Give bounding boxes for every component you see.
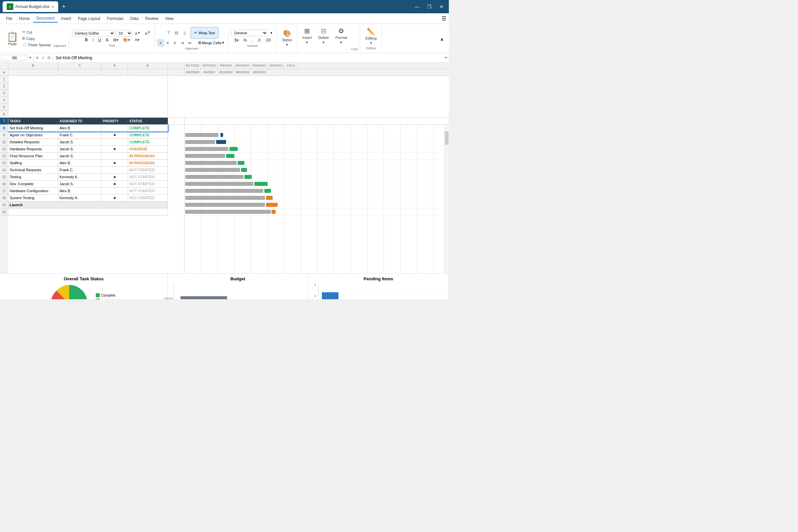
cell-priority-14[interactable] bbox=[101, 167, 128, 173]
task-row-18[interactable]: System Testing Kennedy K. ★ NOT STARTED bbox=[8, 194, 168, 202]
cell-status-15[interactable]: NOT STARTED bbox=[128, 174, 168, 180]
task-row-16[interactable]: Dev. Complete Jacob S. ★ NOT STARTED bbox=[8, 180, 168, 188]
align-center-button[interactable]: ≡ bbox=[165, 40, 171, 46]
cell-reference-input[interactable] bbox=[1, 55, 28, 61]
cell-status-8[interactable]: COMPLETE bbox=[128, 125, 168, 131]
row-num-7[interactable]: 7 bbox=[0, 118, 8, 125]
menu-review[interactable]: Review bbox=[142, 15, 162, 22]
fill-color-button[interactable]: 🎨▾ bbox=[121, 37, 132, 43]
cell-status-17[interactable]: NOT STARTED bbox=[128, 188, 168, 194]
menu-page-layout[interactable]: Page Layout bbox=[75, 15, 103, 22]
row-num-11[interactable]: 11 bbox=[0, 146, 8, 153]
cell-ref-dropdown[interactable]: ▼ bbox=[28, 56, 32, 59]
outdent-button[interactable]: ⇤ bbox=[187, 40, 194, 46]
decimal-decrease-button[interactable]: .00 bbox=[263, 37, 273, 43]
cell-assigned-8[interactable]: Alex B. bbox=[58, 125, 101, 131]
cell-assigned-13[interactable]: Alex B. bbox=[58, 159, 101, 166]
cell-priority-18[interactable]: ★ bbox=[101, 194, 128, 201]
formula-dropdown[interactable]: ▼ bbox=[444, 56, 448, 59]
bold-button[interactable]: B bbox=[83, 37, 90, 43]
cell-status-10[interactable]: COMPLETE bbox=[128, 139, 168, 145]
insert-button[interactable]: ⊞ Insert ▾ bbox=[300, 26, 315, 45]
cell-assigned-16[interactable]: Jacob S. bbox=[58, 180, 101, 187]
menu-home[interactable]: Home bbox=[16, 15, 33, 22]
row-num-17[interactable]: 17 bbox=[0, 188, 8, 194]
font-size-decrease-button[interactable]: A▼ bbox=[143, 30, 152, 37]
vertical-scrollbar[interactable] bbox=[444, 125, 449, 273]
cell-launch[interactable]: Launch bbox=[8, 202, 168, 208]
align-right-button[interactable]: ≡ bbox=[172, 40, 178, 46]
task-row-15[interactable]: Testing Kennedy K. ★ NOT STARTED bbox=[8, 174, 168, 180]
cell-task-13[interactable]: Staffing bbox=[8, 159, 58, 166]
hamburger-menu[interactable]: ☰ bbox=[441, 15, 446, 22]
indent-button[interactable]: ⇥ bbox=[178, 40, 186, 46]
menu-formulas[interactable]: Formulas bbox=[103, 15, 127, 22]
decimal-increase-button[interactable]: .0 bbox=[255, 37, 263, 43]
cell-task-18[interactable]: System Testing bbox=[8, 194, 58, 201]
task-row-13[interactable]: Staffing Alex B. ★ IN PROGRESS bbox=[8, 159, 168, 167]
row-num-9[interactable]: 9 bbox=[0, 132, 8, 139]
tab-close-button[interactable]: ✕ bbox=[52, 5, 54, 8]
cell-assigned-10[interactable]: Jacob S. bbox=[58, 139, 101, 145]
menu-insert[interactable]: Insert bbox=[58, 15, 75, 22]
cell-assigned-11[interactable]: Jacob S. bbox=[58, 146, 101, 152]
font-color-button[interactable]: A▾ bbox=[133, 37, 141, 43]
bottom-align-button[interactable]: ⊥ bbox=[181, 30, 188, 36]
header-priority[interactable]: PRIORITY bbox=[101, 118, 128, 125]
cell-priority-16[interactable]: ★ bbox=[101, 180, 128, 187]
header-tasks[interactable]: TASKS bbox=[8, 118, 58, 125]
col-header-D[interactable]: D bbox=[101, 62, 128, 69]
row-num-3[interactable]: 3 bbox=[0, 90, 8, 97]
header-status[interactable]: STATUS bbox=[128, 118, 168, 125]
number-format-dropdown[interactable]: ▾ bbox=[268, 30, 274, 36]
cell-task-8[interactable]: Set Kick-Off Meeting bbox=[8, 125, 58, 131]
paste-special-button[interactable]: 📄 Paste Special bbox=[21, 42, 52, 48]
cell-assigned-14[interactable]: Frank C. bbox=[58, 167, 101, 173]
formula-input[interactable] bbox=[54, 55, 443, 61]
cell-task-12[interactable]: Final Resource Plan bbox=[8, 153, 58, 159]
cell-assigned-18[interactable]: Kennedy K. bbox=[58, 194, 101, 201]
delete-button[interactable]: ⊟ Delete ▾ bbox=[316, 26, 331, 45]
align-left-button[interactable]: ≡ bbox=[158, 40, 164, 46]
active-tab[interactable]: x Annual Budget.xlsx ✕ bbox=[3, 1, 58, 12]
cell-status-9[interactable]: COMPLETE bbox=[128, 132, 168, 138]
cell-priority-11[interactable]: ★ bbox=[101, 146, 128, 152]
number-format-select[interactable]: General Number Currency Date bbox=[231, 30, 268, 36]
row-num-6[interactable]: 6 bbox=[0, 111, 8, 118]
ribbon-collapse-button[interactable]: ▲ bbox=[438, 35, 446, 42]
top-align-button[interactable]: ⊤ bbox=[165, 30, 172, 36]
cell-task-17[interactable]: Hardware Configuration bbox=[8, 188, 58, 194]
styles-button[interactable]: 🎨 Styles ▾ bbox=[279, 28, 294, 48]
col-header-C[interactable]: C bbox=[58, 62, 101, 69]
cell-priority-9[interactable]: ★ bbox=[101, 132, 128, 138]
merge-cells-button[interactable]: ⊞ Merge Cells ▾ bbox=[196, 40, 226, 46]
italic-button[interactable]: I bbox=[91, 37, 95, 43]
menu-view[interactable]: View bbox=[162, 15, 177, 22]
scrollbar-thumb[interactable] bbox=[445, 131, 449, 145]
dollar-button[interactable]: $▾ bbox=[232, 37, 241, 43]
row-num-18[interactable]: 18 bbox=[0, 194, 8, 202]
borders-button[interactable]: ⊞▾ bbox=[111, 37, 120, 43]
comma-button[interactable]: , bbox=[249, 37, 254, 43]
font-name-select[interactable]: Century Gothic Arial Calibri bbox=[72, 30, 115, 37]
row-num-13[interactable]: 13 bbox=[0, 159, 8, 167]
font-size-select[interactable]: 10 11 12 bbox=[116, 30, 132, 37]
menu-document[interactable]: Document bbox=[33, 15, 58, 23]
restore-button[interactable]: ❐ bbox=[424, 3, 434, 10]
formula-confirm-button[interactable]: ✓ bbox=[41, 56, 45, 60]
cell-priority-12[interactable] bbox=[101, 153, 128, 159]
underline-button[interactable]: U bbox=[96, 37, 103, 43]
cell-assigned-17[interactable]: Alex B. bbox=[58, 188, 101, 194]
cell-priority-8[interactable] bbox=[101, 125, 128, 131]
menu-data[interactable]: Data bbox=[127, 15, 141, 22]
wrap-text-button[interactable]: ↵ Wrap Text bbox=[191, 27, 218, 39]
copy-button[interactable]: ⧉ Copy bbox=[21, 36, 52, 41]
cell-status-14[interactable]: NOT STARTED bbox=[128, 167, 168, 173]
formula-fx-button[interactable]: fx bbox=[47, 56, 51, 60]
task-row-14[interactable]: Technical Requests Frank C. NOT STARTED bbox=[8, 167, 168, 174]
task-row-12[interactable]: Final Resource Plan Jacob S. IN PROGRESS bbox=[8, 153, 168, 159]
cell-task-16[interactable]: Dev. Complete bbox=[8, 180, 58, 187]
cell-priority-10[interactable] bbox=[101, 139, 128, 145]
row-num-4[interactable]: 4 bbox=[0, 97, 8, 104]
cell-task-9[interactable]: Agree on Objectives bbox=[8, 132, 58, 138]
